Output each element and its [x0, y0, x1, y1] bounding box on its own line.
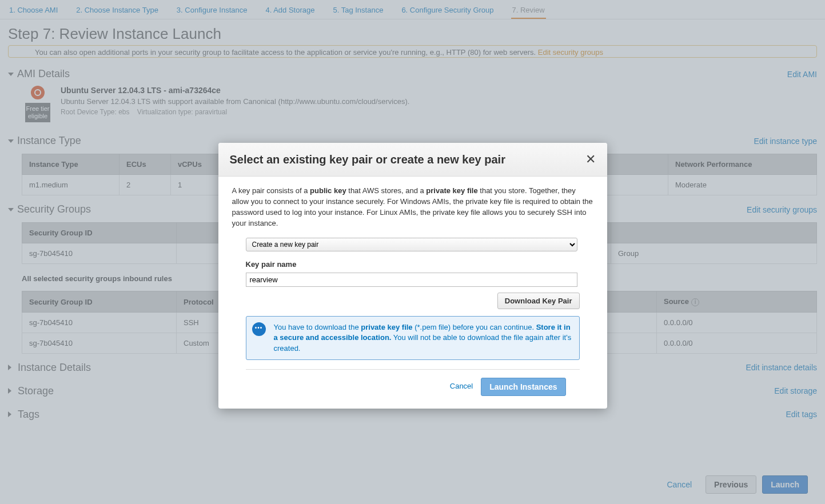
- keypair-action-select[interactable]: Create a new key pair: [246, 238, 577, 251]
- modal-description: A key pair consists of a public key that…: [232, 186, 593, 229]
- speech-bubble-icon: [252, 322, 266, 336]
- modal-cancel-button[interactable]: Cancel: [450, 381, 473, 392]
- download-keypair-button[interactable]: Download Key Pair: [497, 293, 580, 309]
- launch-instances-button[interactable]: Launch Instances: [481, 378, 565, 396]
- modal-overlay: Select an existing key pair or create a …: [0, 0, 825, 504]
- keypair-modal: Select an existing key pair or create a …: [218, 143, 607, 409]
- modal-title: Select an existing key pair or create a …: [230, 153, 505, 166]
- keypair-name-label: Key pair name: [246, 259, 593, 270]
- close-icon[interactable]: ✕: [585, 152, 596, 167]
- keypair-name-input[interactable]: [246, 273, 577, 287]
- download-warning-alert: You have to download the private key fil…: [246, 316, 580, 360]
